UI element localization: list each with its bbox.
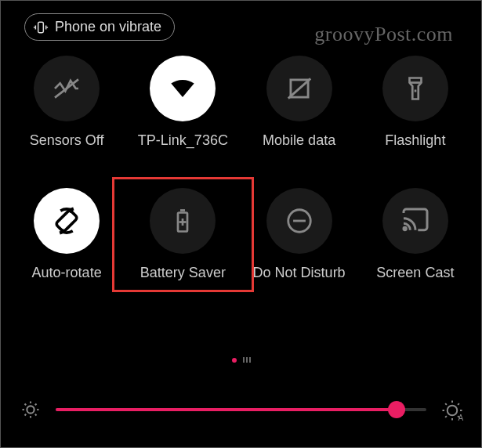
tile-flashlight[interactable]: Flashlight: [357, 56, 473, 149]
brightness-low-icon: [20, 399, 42, 421]
page-dot-active: [232, 358, 237, 363]
auto-rotate-icon: [34, 188, 100, 254]
svg-line-22: [35, 404, 37, 406]
svg-rect-0: [38, 22, 44, 32]
svg-rect-6: [56, 210, 78, 233]
tile-sensors-off[interactable]: Sensors Off: [9, 56, 125, 149]
wifi-icon: [150, 56, 216, 121]
watermark-text: groovyPost.com: [314, 23, 453, 46]
tile-label: Screen Cast: [376, 265, 454, 281]
svg-point-14: [27, 406, 34, 413]
brightness-auto-icon[interactable]: A: [440, 399, 462, 421]
tile-wifi[interactable]: TP-Link_736C: [125, 56, 241, 149]
tile-label: TP-Link_736C: [138, 132, 228, 149]
svg-line-31: [458, 403, 459, 405]
tile-label: Battery Saver: [140, 265, 226, 281]
brightness-fill: [56, 408, 397, 411]
mobile-data-icon: [266, 56, 332, 121]
svg-text:A: A: [458, 414, 464, 422]
tile-do-not-disturb[interactable]: Do Not Disturb: [241, 188, 357, 281]
vibrate-icon: [33, 20, 49, 35]
svg-line-19: [25, 404, 27, 406]
brightness-slider[interactable]: [56, 408, 426, 411]
vibrate-status-pill[interactable]: Phone on vibrate: [24, 13, 175, 41]
svg-point-23: [448, 406, 458, 416]
svg-point-13: [404, 227, 406, 229]
brightness-thumb[interactable]: [388, 401, 405, 418]
svg-line-20: [35, 414, 37, 416]
svg-line-30: [445, 416, 447, 417]
screen-cast-icon: [382, 188, 448, 254]
page-indicator: [232, 357, 251, 363]
tile-label: Flashlight: [385, 132, 445, 149]
tile-label: Mobile data: [263, 132, 335, 149]
tile-auto-rotate[interactable]: Auto-rotate: [9, 188, 125, 281]
dnd-icon: [266, 188, 332, 254]
brightness-row: A: [20, 399, 462, 421]
svg-line-28: [445, 403, 447, 405]
tile-label: Sensors Off: [30, 132, 104, 149]
sensors-off-icon: [34, 56, 100, 121]
tile-mobile-data[interactable]: Mobile data: [241, 56, 357, 149]
flashlight-icon: [382, 56, 448, 121]
vibrate-status-label: Phone on vibrate: [55, 19, 161, 35]
tile-label: Do Not Disturb: [253, 265, 346, 281]
battery-saver-icon: [150, 188, 216, 254]
tile-screen-cast[interactable]: Screen Cast: [357, 188, 473, 281]
quick-settings-grid: Sensors Off TP-Link_736C Mobile data: [1, 56, 481, 281]
page-dot-inactive: [243, 357, 251, 363]
tile-label: Auto-rotate: [32, 265, 102, 281]
tile-battery-saver[interactable]: Battery Saver: [125, 188, 241, 281]
svg-line-21: [25, 414, 27, 416]
